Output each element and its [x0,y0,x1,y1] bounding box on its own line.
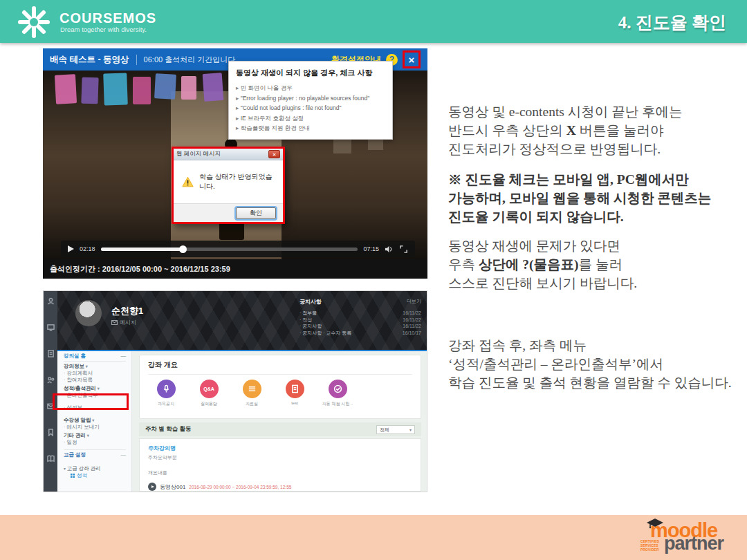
sidebar-item-participants[interactable]: 참여자목록 [64,377,126,384]
collapse-icon[interactable]: — [121,353,127,360]
menu-highlight-box [53,393,129,410]
confirm-button[interactable]: 확인 [236,207,276,219]
notice-title: 공지사항 [299,298,322,306]
notice-more-link[interactable]: 더보기 [407,298,421,306]
instruction-paragraph-3: 동영상 재생에 문제가 있다면 우측 상단에 ?(물음표)를 눌러 스스로 진단… [448,236,741,292]
coursemos-logo-icon [17,5,51,39]
progress-fill [101,248,183,251]
sidebar-item-syllabus[interactable]: 강의계획서 [64,370,126,377]
global-icon-rail [44,291,57,492]
week-filter-dropdown[interactable]: 전체 [376,425,415,434]
sidebar-item-schedule[interactable]: 일정 [64,439,126,446]
volume-icon[interactable] [385,245,394,254]
player-close-button[interactable]: × [409,55,415,65]
popup-item[interactable]: "Could not load plugins : file not found… [236,103,385,113]
seek-knob[interactable] [179,245,187,253]
course-overview-card: 강좌 개요 과목공지 Q&A 질의응답 자료실 [139,355,421,419]
qna-icon: Q&A [203,386,214,391]
sidebar-section-etc[interactable]: 기타 관리 [64,432,126,439]
webpage-message-dialog: 웹 페이지 메시지 × 학습 상태가 반영되었습니다. 확인 [172,147,285,224]
instruction-paragraph-4: 강좌 접속 후, 좌측 메뉴 ‘성적/출석관리 – 온라인출석부’에서 학습 진… [448,336,741,392]
sidebar-item-send-message[interactable]: 메시지 보내기 [64,424,126,431]
week-title-link[interactable]: 주차강의명 [148,445,412,452]
library-icon[interactable] [47,455,55,463]
partner-wordmark: partner [664,534,723,553]
advanced-course-admin[interactable]: 고급 강좌 관리 [64,465,126,472]
bookmark-icon[interactable] [47,429,55,436]
community-icon[interactable] [47,376,55,384]
slide-page: COURSEMOS Dream together with diversity.… [0,0,747,560]
shortcut-announcements[interactable]: 과목공지 [154,380,178,407]
popup-title: 동영상 재생이 되지 않을 경우, 체크 사항 [236,68,385,78]
video-activity-period: 2016-08-29 00:00:00 ~ 2016-09-04 23:59:5… [189,485,291,489]
play-button[interactable] [68,245,74,252]
video-title: 배속 테스트 - 동영상 [50,54,129,66]
envelope-icon [111,320,118,325]
popup-item[interactable]: "Error loading player : no playable sour… [236,93,385,104]
shortcut-qna[interactable]: Q&A 질의응답 [196,380,221,407]
check-icon [333,384,342,393]
avatar[interactable] [75,300,102,326]
list-icon [248,384,257,393]
course-sidebar: 강의실 홈 — 강의정보 강의계획서 참여자목록 성적/출석관리 온라인출석부 … [57,351,132,492]
brand-tagline: Dream together with diversity. [60,26,147,33]
decor-shape [181,76,196,100]
duration-time: 07:15 [363,245,379,252]
video-activity-row[interactable]: 동영상001 2016-08-29 00:00:00 ~ 2016-09-04 … [148,483,412,491]
advanced-grades-label: 성적 [77,472,87,479]
decor-shape [81,77,98,104]
message-link[interactable]: 메시지 [111,319,136,326]
decor-shape [55,74,77,104]
seek-bar[interactable] [101,248,358,251]
dialog-close-button[interactable]: × [268,150,280,158]
app-header: COURSEMOS Dream together with diversity.… [0,0,747,43]
popup-item[interactable]: IE 브라우저 호환성 설정 [236,113,385,124]
notice-panel: 공지사항 더보기 첨부물16/11/22 작성16/11/22 공지사항16/1… [299,298,421,336]
decor-shape [133,77,151,104]
close-highlight-box: × [403,50,421,68]
notice-item[interactable]: 공지사항16/11/22 [299,323,421,330]
sidebar-section-student-notify[interactable]: 수강생 알림 [64,417,126,424]
grid-icon [71,474,75,478]
attendance-notice: 06:00 출석처리 기간입니다. [136,55,238,65]
popup-item[interactable]: 빈 화면이 나올 경우 [236,83,385,93]
fullscreen-icon[interactable] [399,245,408,254]
documents-icon[interactable] [47,350,55,357]
notice-item[interactable]: 첨부물16/11/22 [299,310,421,317]
troubleshoot-popup: 동영상 재생이 되지 않을 경우, 체크 사항 빈 화면이 나올 경우 "Err… [228,61,393,140]
notice-item[interactable]: 공지사항 · 교수자 등록16/10/17 [299,330,421,337]
advanced-grades-link[interactable]: 성적 [64,472,126,479]
decor-shape [203,73,224,102]
shortcut-materials[interactable]: 자료실 [239,380,264,407]
notice-item[interactable]: 작성16/11/22 [299,317,421,324]
sidebar-home-link[interactable]: 강의실 홈 [64,353,86,360]
overview-title: 강좌 개요 [148,360,412,370]
document-icon [290,384,299,393]
instruction-paragraph-1: 동영상 및 e-contents 시청이 끝난 후에는 반드시 우측 상단의 X… [448,102,741,158]
user-name: 순천향1 [111,305,143,317]
shortcut-auto-quiz[interactable]: 자동 채점 시험 .. [325,380,350,407]
advanced-settings-title[interactable]: 고급 설정 [64,451,86,458]
popup-item[interactable]: 학습플랫폼 지원 환경 안내 [236,123,385,133]
message-label: 메시지 [120,319,136,326]
dialog-title: 웹 페이지 메시지 [176,150,221,158]
page-title: 4. 진도율 확인 [618,11,726,34]
profile-icon[interactable] [47,297,55,305]
sidebar-section-grades-attendance[interactable]: 성적/출석관리 [64,385,126,392]
video-player-screenshot: 배속 테스트 - 동영상 06:00 출석처리 기간입니다. 환경설정안내 ? … [43,48,427,279]
shortcut-test[interactable]: test [282,380,307,407]
instruction-paragraph-2: ※ 진도율 체크는 모바일 앱, PC웹에서만 가능하며, 모바일 웹을 통해 … [448,170,741,226]
lms-screenshot: 순천향1 메시지 공지사항 더보기 첨부물16/11/22 작성16/11/22… [43,290,427,492]
player-controls: 02:18 07:15 [61,241,415,257]
brand-name: COURSEMOS [59,10,156,26]
dialog-message: 학습 상태가 반영되었습니다. [199,172,275,192]
course-main: 강좌 개요 과목공지 Q&A 질의응답 자료실 [132,351,427,492]
collapse-icon[interactable]: — [121,451,127,458]
course-header: 순천향1 메시지 공지사항 더보기 첨부물16/11/22 작성16/11/22… [57,291,427,350]
courses-icon[interactable] [47,324,55,331]
video-activity-name[interactable]: 동영상001 [160,483,185,491]
sidebar-section-course-info[interactable]: 강의정보 [64,363,126,370]
video-play-icon [148,483,156,491]
decor-shape [154,73,176,100]
weekly-activity-title: 주차 별 학습 활동 [145,425,192,433]
